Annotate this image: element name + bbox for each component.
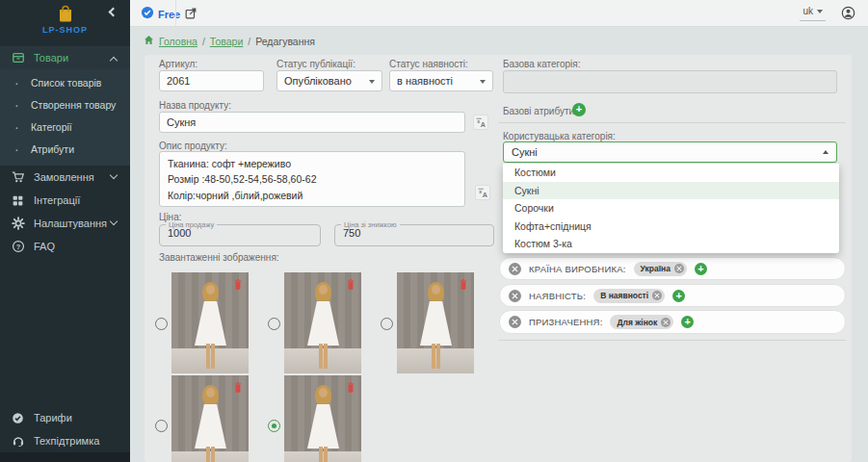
breadcrumb-home[interactable]: Головна xyxy=(159,36,197,47)
avail-status-value: в наявності xyxy=(397,75,453,87)
edit-product-card: Артикул: Статус публікації: Опубліковано… xyxy=(145,55,852,462)
sidebar-item-orders[interactable]: Замовлення xyxy=(0,166,130,189)
dropdown-option[interactable]: Костюми xyxy=(503,164,839,182)
product-image-4[interactable] xyxy=(171,375,249,462)
sidebar-bottom-group: Тарифи Техпідтримка xyxy=(0,406,130,452)
trash-icon[interactable] xyxy=(233,380,243,398)
question-circle-icon: ? xyxy=(12,240,25,253)
headset-icon xyxy=(12,434,25,448)
attribute-name: ПРИЗНАЧЕННЯ: xyxy=(529,317,602,327)
pub-status-select[interactable]: Опубліковано xyxy=(276,70,382,91)
sidebar-item-label: Техпідтримка xyxy=(34,435,99,447)
breadcrumb-separator: / xyxy=(248,36,250,47)
dropdown-option[interactable]: Костюм 3-ка xyxy=(503,235,839,253)
remove-attribute-icon[interactable] xyxy=(509,316,521,328)
image-radio-4[interactable] xyxy=(155,420,168,432)
sidebar-collapse-icon[interactable] xyxy=(109,8,118,17)
external-link-icon[interactable] xyxy=(184,7,197,20)
photo-figure xyxy=(206,285,215,295)
sale-price-value[interactable]: 1000 xyxy=(160,227,320,239)
logo-area[interactable]: LP-SHOP xyxy=(0,0,130,46)
chevron-down-icon xyxy=(817,10,823,13)
photo-figure xyxy=(432,285,440,295)
photo-figure xyxy=(195,404,226,449)
sidebar-item-faq[interactable]: ? FAQ xyxy=(0,235,130,258)
pub-status-label: Статус публікації: xyxy=(276,59,355,69)
avail-status-select[interactable]: в наявності xyxy=(389,70,493,91)
trash-icon[interactable] xyxy=(346,277,355,295)
user-icon[interactable] xyxy=(841,6,855,20)
product-name-input[interactable] xyxy=(159,112,465,133)
sidebar-item-settings[interactable]: Налаштування xyxy=(0,212,130,235)
sidebar-item-categories[interactable]: Категорії xyxy=(0,116,130,138)
chevron-down-icon xyxy=(110,171,118,179)
translate-icon[interactable]: xA xyxy=(475,185,490,200)
remove-attribute-icon[interactable] xyxy=(509,290,521,302)
image-radio-3[interactable] xyxy=(381,318,393,330)
avail-status-label: Статус наявності: xyxy=(389,59,468,69)
dropdown-option-selected[interactable]: Сукні xyxy=(503,182,839,200)
cart-icon xyxy=(12,170,25,184)
sidebar-item-attributes[interactable]: Атрибути xyxy=(0,138,130,160)
product-image-1[interactable] xyxy=(171,272,249,373)
remove-value-icon[interactable] xyxy=(652,291,662,300)
sku-input[interactable] xyxy=(159,70,264,91)
remove-attribute-icon[interactable] xyxy=(509,263,521,275)
product-image-5[interactable] xyxy=(284,375,361,462)
gear-icon xyxy=(12,217,25,230)
photo-figure xyxy=(307,301,339,346)
trash-icon[interactable] xyxy=(346,380,355,398)
photo-figure xyxy=(195,301,226,346)
image-radio-2[interactable] xyxy=(268,318,280,330)
trash-icon[interactable] xyxy=(233,277,243,295)
custom-category-select[interactable]: Сукні xyxy=(503,141,837,163)
product-image-3[interactable] xyxy=(397,272,474,373)
photo-figure xyxy=(319,388,328,398)
dropdown-option[interactable]: Кофта+спідниця xyxy=(503,218,839,236)
remove-value-icon[interactable] xyxy=(661,318,671,327)
sidebar-item-label: Тарифи xyxy=(34,412,72,424)
chevron-down-icon xyxy=(480,80,486,84)
discount-price-value[interactable]: 750 xyxy=(335,227,493,239)
add-value-icon[interactable]: + xyxy=(681,316,694,328)
products-box-icon xyxy=(12,51,25,64)
attribute-row-availability: НАЯВНІСТЬ: В наявності + xyxy=(499,284,846,307)
dropdown-option[interactable]: Сорочки xyxy=(503,199,839,218)
svg-text:?: ? xyxy=(16,243,21,251)
sidebar-item-tariffs[interactable]: Тарифи xyxy=(0,406,130,429)
images-label: Завантаженні зображення: xyxy=(159,252,279,263)
base-category-input[interactable] xyxy=(503,70,837,93)
photo-figure xyxy=(206,447,215,462)
svg-text:A: A xyxy=(483,192,487,199)
sidebar-item-integrations[interactable]: Інтеграції xyxy=(0,189,130,212)
breadcrumb-separator: / xyxy=(202,36,205,47)
breadcrumb-section[interactable]: Товари xyxy=(210,36,243,47)
attribute-row-country: КРАЇНА ВИРОБНИКА: Україна + xyxy=(499,257,846,280)
add-value-icon[interactable]: + xyxy=(672,290,685,302)
remove-value-icon[interactable] xyxy=(674,264,684,273)
photo-figure xyxy=(319,344,328,369)
integrations-grid-icon xyxy=(12,193,25,207)
product-image-2[interactable] xyxy=(284,272,361,373)
image-radio-1[interactable] xyxy=(155,318,168,330)
translate-icon[interactable]: xA xyxy=(473,115,488,130)
sidebar-item-products[interactable]: Товари xyxy=(0,46,130,69)
attribute-value: Україна xyxy=(641,264,671,273)
sidebar-item-product-list[interactable]: Список товарів xyxy=(0,71,130,93)
divider xyxy=(499,122,846,123)
image-radio-5-selected[interactable] xyxy=(268,420,280,432)
custom-category-value: Сукні xyxy=(512,146,538,158)
submenu-label: Атрибути xyxy=(31,143,74,155)
add-base-attribute-button[interactable]: + xyxy=(572,103,586,116)
topbar-divider xyxy=(175,0,176,27)
sale-price-field[interactable]: Ціна продажу 1000 xyxy=(159,220,321,246)
breadcrumb-current: Редагування xyxy=(255,36,315,47)
language-select[interactable]: uk xyxy=(800,6,826,21)
sidebar-item-support[interactable]: Техпідтримка xyxy=(0,429,130,452)
photo-figure xyxy=(420,301,452,346)
discount-price-field[interactable]: Ціна зі знижкою 750 xyxy=(334,220,494,246)
product-desc-textarea[interactable]: Тканина: софт +мереживо Розмір :48-50,52… xyxy=(159,151,465,207)
trash-icon[interactable] xyxy=(459,277,468,295)
sidebar-item-product-create[interactable]: Створення товару xyxy=(0,93,130,116)
add-value-icon[interactable]: + xyxy=(695,263,707,275)
